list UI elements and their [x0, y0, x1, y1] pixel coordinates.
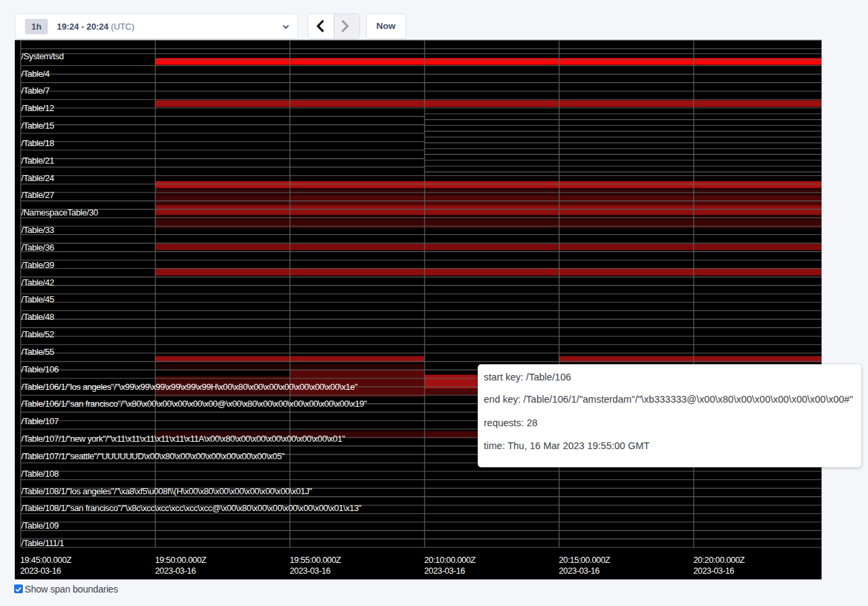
- svg-text:/Table/7: /Table/7: [22, 86, 50, 96]
- svg-text:/Table/48: /Table/48: [22, 312, 55, 322]
- svg-text:/Table/109: /Table/109: [22, 520, 59, 531]
- svg-text:/Table/108/1/"san francisco"/": /Table/108/1/"san francisco"/"\x8c\xcc\x…: [22, 503, 362, 513]
- svg-text:19:55:00.000Z: 19:55:00.000Z: [290, 556, 342, 565]
- svg-text:2023-03-16: 2023-03-16: [155, 566, 196, 576]
- svg-text:19:45:00.000Z: 19:45:00.000Z: [20, 556, 72, 565]
- svg-text:20:15:00.000Z: 20:15:00.000Z: [559, 556, 611, 565]
- svg-text:/Table/107/1/"seattle"/"UUUUUU: /Table/107/1/"seattle"/"UUUUUUD\x00\x80\…: [22, 451, 285, 461]
- svg-text:2023-03-16: 2023-03-16: [425, 566, 466, 576]
- svg-text:/Table/111/1: /Table/111/1: [22, 538, 65, 548]
- svg-text:/Table/52: /Table/52: [22, 329, 55, 339]
- svg-text:/Table/18: /Table/18: [22, 138, 55, 148]
- svg-text:/Table/33: /Table/33: [22, 225, 55, 235]
- svg-text:20:10:00.000Z: 20:10:00.000Z: [425, 556, 476, 565]
- svg-text:2023-03-16: 2023-03-16: [694, 566, 735, 576]
- svg-text:19:50:00.000Z: 19:50:00.000Z: [155, 556, 207, 565]
- svg-text:/Table/55: /Table/55: [22, 347, 55, 357]
- svg-text:20:20:00.000Z: 20:20:00.000Z: [694, 556, 746, 565]
- svg-text:/Table/12: /Table/12: [22, 103, 55, 113]
- svg-text:/Table/27: /Table/27: [22, 190, 55, 200]
- svg-text:/Table/108/1/"los angeles"/"\x: /Table/108/1/"los angeles"/"\xa8\xf5\u00…: [22, 486, 313, 496]
- svg-text:/Table/106/1/"san francisco"/": /Table/106/1/"san francisco"/"\x80\x00\x…: [22, 399, 367, 409]
- svg-text:2023-03-16: 2023-03-16: [559, 566, 600, 576]
- svg-text:/Table/45: /Table/45: [22, 294, 55, 304]
- svg-text:/Table/39: /Table/39: [22, 260, 55, 270]
- svg-text:2023-03-16: 2023-03-16: [290, 566, 331, 576]
- svg-text:/Table/15: /Table/15: [22, 121, 55, 131]
- svg-text:/Table/107: /Table/107: [22, 416, 59, 426]
- svg-text:/Table/106: /Table/106: [22, 364, 59, 374]
- svg-text:/Table/108: /Table/108: [22, 469, 59, 479]
- svg-text:/Table/4: /Table/4: [22, 69, 50, 79]
- svg-text:/Table/36: /Table/36: [22, 242, 55, 252]
- svg-text:/Table/42: /Table/42: [22, 277, 55, 288]
- svg-text:/Table/107/1/"new york"/"\x11\: /Table/107/1/"new york"/"\x11\x11\x11\x1…: [22, 434, 346, 444]
- svg-text:/Table/106/1/"los angeles"/"\x: /Table/106/1/"los angeles"/"\x99\x99\x99…: [22, 382, 359, 392]
- svg-text:/NamespaceTable/30: /NamespaceTable/30: [22, 207, 98, 217]
- svg-text:/Table/24: /Table/24: [22, 173, 55, 183]
- svg-text:/System/tsd: /System/tsd: [22, 51, 64, 61]
- svg-text:2023-03-16: 2023-03-16: [20, 566, 61, 576]
- svg-text:/Table/21: /Table/21: [22, 156, 55, 166]
